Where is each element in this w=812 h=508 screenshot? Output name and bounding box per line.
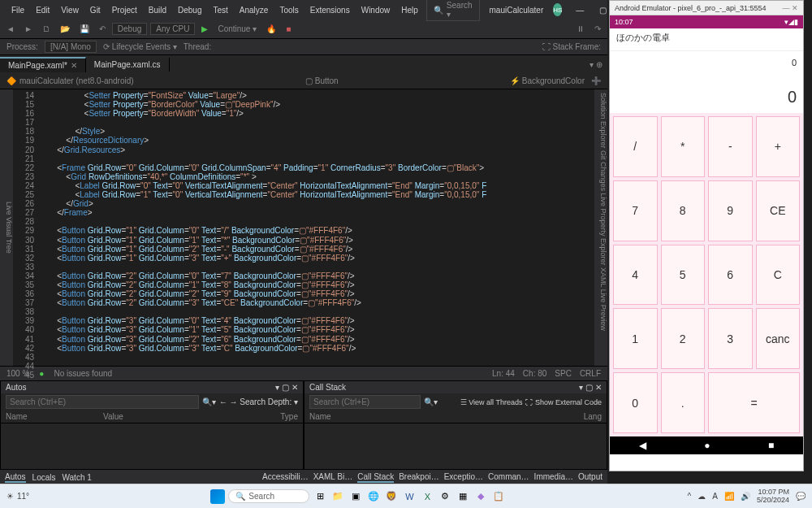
tab-overflow-icon[interactable]: ▾ ⊕ [585,60,607,69]
minimize-button[interactable]: — [572,6,588,15]
open-icon[interactable]: 📂 [57,23,73,35]
menu-help[interactable]: Help [396,3,423,17]
app-icon[interactable]: ▦ [456,489,470,504]
callstack-search[interactable] [309,395,421,409]
breadcrumb-property[interactable]: ⚡ BackgroundColor [510,76,585,85]
menu-git[interactable]: Git [85,3,106,17]
nav-back[interactable]: ◄ [3,23,18,35]
tab-breakpoints[interactable]: Breakpoi… [399,472,438,483]
tab-callstack[interactable]: Call Stack [357,472,394,483]
nav-forward[interactable]: ► [21,23,36,35]
run-button[interactable]: ▶ [198,23,211,35]
menu-tools[interactable]: Tools [274,3,303,17]
lifecycle-dropdown[interactable]: ⟳ Lifecycle Events ▾ [103,42,177,51]
calc-btn-0[interactable]: 0 [613,372,658,433]
search-go-icon[interactable]: 🔍▾ [424,397,438,406]
menu-analyze[interactable]: Analyze [235,3,274,17]
menu-extensions[interactable]: Extensions [305,3,355,17]
tab-accessibility[interactable]: Accessibili… [262,472,309,483]
stop-icon[interactable]: ■ [283,23,294,35]
menu-build[interactable]: Build [144,3,171,17]
tab-autos[interactable]: Autos [5,472,26,483]
notification-icon[interactable]: 💬 [796,492,806,501]
search-go-icon[interactable]: 🔍▾ [202,397,216,406]
config-dropdown[interactable]: Debug [112,23,147,35]
pause-icon[interactable]: ⏸ [573,23,588,35]
breadcrumb-element[interactable]: ▢ Button [305,76,339,85]
breadcrumb-project[interactable]: 🔶 mauiCalculater (net8.0-android) [6,76,134,85]
search-box[interactable]: 🔍 Search ▾ [426,0,480,21]
close-tab-icon[interactable]: ✕ [71,61,77,70]
volume-icon[interactable]: 🔊 [741,492,750,501]
emulator-close-icon[interactable]: — ✕ [782,4,798,12]
taskbar-search[interactable]: 🔍 Search [228,489,309,503]
hot-reload-icon[interactable]: 🔥 [263,23,279,35]
tab-exceptions[interactable]: Exceptio… [444,472,483,483]
tab-locals[interactable]: Locals [32,473,56,482]
platform-dropdown[interactable]: Any CPU [150,23,195,35]
chrome-icon[interactable]: 🌐 [366,489,381,504]
cloud-icon[interactable]: ☁ [698,492,706,501]
calc-btn-*[interactable]: * [661,116,706,177]
user-avatar[interactable]: HS [553,3,562,16]
brave-icon[interactable]: 🦁 [384,489,399,504]
menu-debug[interactable]: Debug [173,3,206,17]
calc-btn-2[interactable]: 2 [661,308,706,369]
vs-icon[interactable]: ◆ [473,489,488,504]
nav-recent-icon[interactable]: ■ [768,440,774,451]
left-tool-tabs[interactable]: Live Visual Tree [0,89,13,366]
wifi-icon[interactable]: 📶 [724,492,734,501]
explorer-icon[interactable]: 📁 [330,489,345,504]
calc-btn-CE[interactable]: CE [756,180,801,241]
calc-btn-3[interactable]: 3 [708,308,753,369]
line-ending[interactable]: CRLF [580,369,601,378]
calc-btn-9[interactable]: 9 [708,180,753,241]
tab-command[interactable]: Comman… [488,472,529,483]
word-icon[interactable]: W [402,489,417,504]
calc-btn-+[interactable]: + [756,116,801,177]
code-area[interactable]: <Setter Property="FontSize" Value="Large… [39,89,594,366]
menu-test[interactable]: Test [208,3,232,17]
calc-btn--[interactable]: - [708,116,753,177]
panel-controls[interactable]: ▾ ▢ ✕ [275,383,298,392]
calc-btn-.[interactable]: . [661,372,706,433]
calc-btn-8[interactable]: 8 [661,180,706,241]
calc-btn-7[interactable]: 7 [613,180,658,241]
tab-watch[interactable]: Watch 1 [62,473,91,482]
right-tool-tabs[interactable]: Solution Explorer Git Changes Live Prope… [594,89,607,366]
show-external[interactable]: ⛶ Show External Code [525,398,602,406]
issues-icon[interactable]: ● [39,369,44,378]
nav-back-icon[interactable]: ◀ [639,440,646,451]
panel-controls[interactable]: ▾ ▢ ✕ [579,383,602,392]
tab-mainpage-cs[interactable]: MainPage.xaml.cs [86,58,170,72]
calc-btn-equals[interactable]: = [708,372,800,433]
process-dropdown[interactable]: [N/A] Mono [45,41,97,53]
system-tray[interactable]: ^ ☁ A 📶 🔊 10:07 PM5/20/2024 💬 [688,488,806,505]
taskbar-clock[interactable]: 10:07 PM5/20/2024 [757,488,789,505]
menu-edit[interactable]: Edit [31,3,54,17]
terminal-icon[interactable]: ▣ [348,489,363,504]
menu-file[interactable]: File [6,3,29,17]
calc-btn-5[interactable]: 5 [661,245,706,306]
add-icon[interactable]: ➕ [591,76,601,85]
autos-search[interactable] [6,395,199,409]
app-icon-2[interactable]: 📋 [491,489,506,504]
menu-project[interactable]: Project [107,3,142,17]
tab-xamlbinding[interactable]: XAML Bi… [313,472,353,483]
save-icon[interactable]: 💾 [76,23,93,35]
tab-output[interactable]: Output [578,472,603,483]
continue-button[interactable]: Continue ▾ [214,23,260,35]
language-icon[interactable]: A [712,492,718,501]
calc-btn-6[interactable]: 6 [708,245,753,306]
weather-widget[interactable]: ☀ 11° [6,492,29,501]
calc-btn-1[interactable]: 1 [613,308,658,369]
step-icon[interactable]: ↷ [591,23,604,35]
calc-btn-C[interactable]: C [756,245,801,306]
calc-btn-canc[interactable]: canc [756,308,801,369]
tab-immediate[interactable]: Immedia… [534,472,573,483]
excel-icon[interactable]: X [420,489,434,504]
calc-btn-/[interactable]: / [613,116,658,177]
nav-home-icon[interactable]: ● [704,440,710,451]
view-all-threads[interactable]: ☰ View all Threads [460,398,523,406]
code-editor[interactable]: Live Visual Tree 14151617181920212223242… [0,89,607,366]
